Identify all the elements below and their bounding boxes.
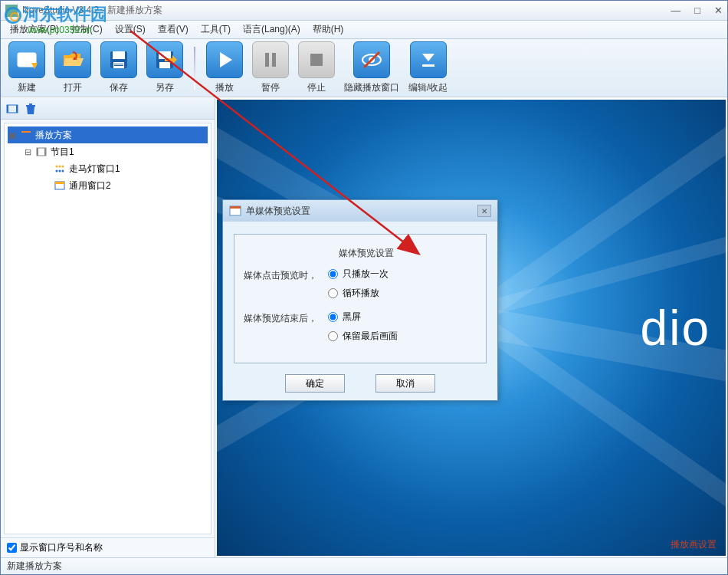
play-button[interactable]: 播放	[205, 40, 244, 96]
on-click-label: 媒体点击预览时，	[244, 268, 328, 282]
on-end-label: 媒体预览结束后，	[244, 310, 328, 325]
dialog-close-button[interactable]: ✕	[477, 205, 491, 217]
tree-item-program[interactable]: ⊟ 节目1	[8, 143, 208, 160]
svg-point-35	[62, 170, 64, 172]
black-screen-radio[interactable]	[328, 312, 338, 322]
show-index-checkbox[interactable]	[7, 543, 17, 553]
svg-rect-20	[422, 64, 435, 67]
loop-radio[interactable]	[328, 288, 338, 298]
svg-rect-10	[159, 62, 170, 68]
window-icon	[54, 179, 66, 192]
dialog-titlebar[interactable]: 单媒体预览设置 ✕	[223, 200, 497, 222]
svg-rect-24	[21, 131, 31, 133]
keep-last-frame-option[interactable]: 保留最后画面	[328, 330, 398, 343]
hide-window-button[interactable]: 隐藏播放窗口	[343, 40, 401, 96]
svg-rect-23	[16, 105, 18, 113]
statusbar: 新建播放方案	[1, 557, 727, 574]
play-once-option[interactable]: 只播放一次	[328, 268, 389, 281]
new-icon	[8, 41, 45, 78]
svg-point-32	[62, 166, 64, 168]
app-icon	[5, 5, 18, 17]
pause-icon	[252, 41, 289, 78]
open-icon	[54, 41, 91, 78]
svg-rect-39	[230, 206, 241, 209]
dialog-title-text: 单媒体预览设置	[246, 205, 310, 218]
svg-rect-14	[272, 53, 276, 67]
sidebar-toolbar	[1, 98, 215, 120]
film-strip-icon	[35, 146, 48, 158]
svg-rect-9	[159, 51, 171, 59]
sidebar: ▣ 播放方案 ⊟ 节目1	[1, 98, 215, 557]
brand-text: dio	[641, 300, 710, 356]
tree-item-marquee[interactable]: 走马灯窗口1	[8, 160, 208, 177]
menu-tools[interactable]: 工具(T)	[195, 21, 237, 38]
pause-button[interactable]: 暂停	[251, 40, 290, 96]
minimize-button[interactable]: —	[671, 5, 680, 16]
toolbar-separator	[194, 47, 195, 90]
cancel-button[interactable]: 取消	[375, 374, 435, 393]
stop-icon	[298, 41, 335, 78]
list-icon	[20, 129, 32, 141]
delete-icon[interactable]	[24, 102, 38, 116]
menu-view[interactable]: 查看(V)	[152, 21, 195, 38]
open-button[interactable]: 打开	[53, 40, 93, 96]
menu-help[interactable]: 帮助(H)	[307, 21, 350, 38]
svg-rect-4	[113, 51, 125, 59]
settings-fieldset: 媒体预览设置 媒体点击预览时， 只播放一次 循环播放 媒体预览结束后，	[234, 234, 487, 363]
sidebar-footer: 显示窗口序号和名称	[1, 537, 215, 557]
menu-language[interactable]: 语言(Lang)(A)	[237, 21, 307, 38]
menubar: 播放方案(P) 控制(C) 设置(S) 查看(V) 工具(T) 语言(Lang)…	[1, 21, 727, 39]
stop-button[interactable]: 停止	[297, 40, 336, 96]
svg-rect-28	[37, 148, 38, 156]
svg-point-33	[56, 170, 58, 172]
svg-point-34	[59, 170, 61, 172]
tree-root[interactable]: ▣ 播放方案	[8, 127, 208, 143]
saveas-button[interactable]: 另存	[145, 40, 185, 96]
marquee-icon	[54, 163, 66, 175]
svg-marker-12	[220, 52, 232, 67]
svg-marker-11	[172, 55, 177, 64]
tree-item-generic[interactable]: 通用窗口2	[8, 177, 208, 194]
dialog-body: 媒体预览设置 媒体点击预览时， 只播放一次 循环播放 媒体预览结束后，	[223, 222, 497, 400]
svg-marker-19	[422, 54, 435, 61]
toolbar: 新建 打开 保存 另存 播放	[1, 39, 727, 97]
keep-last-frame-radio[interactable]	[328, 331, 338, 341]
svg-rect-37	[55, 182, 64, 184]
maximize-button[interactable]: □	[694, 5, 700, 16]
menu-play-plan[interactable]: 播放方案(P)	[4, 21, 65, 38]
play-settings-link[interactable]: 播放画设置	[671, 538, 717, 551]
menu-control[interactable]: 控制(C)	[65, 21, 109, 38]
film-icon[interactable]	[5, 102, 19, 116]
svg-rect-29	[44, 148, 46, 156]
window-title: NoveStudio V3.4.2 - 新建播放方案	[22, 4, 671, 17]
tree-item-label: 走马灯窗口1	[69, 163, 120, 176]
menu-settings[interactable]: 设置(S)	[109, 21, 152, 38]
svg-rect-26	[21, 137, 31, 139]
svg-rect-15	[310, 54, 323, 66]
titlebar: NoveStudio V3.4.2 - 新建播放方案 — □ ✕	[1, 1, 727, 21]
play-icon	[206, 41, 243, 78]
svg-rect-22	[7, 105, 8, 113]
play-once-radio[interactable]	[328, 269, 338, 279]
close-button[interactable]: ✕	[714, 5, 723, 16]
save-icon	[100, 41, 137, 78]
dialog-icon	[229, 205, 241, 217]
collapse-icon	[410, 41, 447, 78]
edit-collapse-button[interactable]: 编辑/收起	[407, 40, 449, 96]
ok-button[interactable]: 确定	[285, 374, 345, 393]
plan-tree: ▣ 播放方案 ⊟ 节目1	[4, 123, 212, 534]
black-screen-option[interactable]: 黑屏	[328, 310, 398, 324]
save-button[interactable]: 保存	[99, 40, 139, 96]
tree-root-label: 播放方案	[35, 129, 72, 142]
svg-point-30	[56, 166, 58, 168]
svg-rect-25	[21, 134, 31, 136]
media-preview-settings-dialog: 单媒体预览设置 ✕ 媒体预览设置 媒体点击预览时， 只播放一次 循环播放	[222, 199, 498, 401]
show-index-label: 显示窗口序号和名称	[20, 541, 103, 554]
collapse-toggle-icon[interactable]: ⊟	[23, 147, 32, 157]
svg-rect-7	[114, 65, 123, 66]
svg-rect-21	[7, 105, 18, 113]
loop-option[interactable]: 循环播放	[328, 287, 389, 300]
svg-rect-13	[265, 53, 269, 67]
new-button[interactable]: 新建	[7, 40, 47, 96]
expand-icon[interactable]: ▣	[8, 130, 17, 140]
